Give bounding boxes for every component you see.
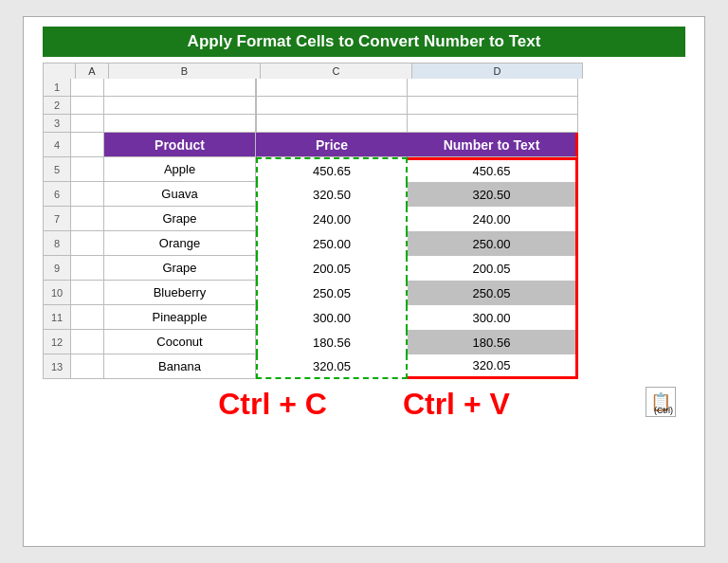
cell-7c: 240.00 <box>256 207 408 231</box>
cell-7d: 240.00 <box>408 207 578 231</box>
grid: A B C D 1 2 3 4 <box>43 63 685 379</box>
cell-2b <box>104 97 256 115</box>
row-10: 10 Blueberry 250.05 250.05 <box>43 281 685 305</box>
data-rows: 5 Apple 450.65 450.65 6 Guava 320.50 320… <box>43 157 685 379</box>
col-a-header: A <box>76 63 109 79</box>
rownum-7: 7 <box>43 207 71 231</box>
cell-6a <box>71 182 104 207</box>
rownum-1: 1 <box>43 79 71 97</box>
cell-5c: 450.65 <box>256 157 408 182</box>
cell-12b: Coconut <box>104 330 256 354</box>
paste-icon: 📋(Ctrl) <box>646 387 676 417</box>
ctrl-v-label: Ctrl + V <box>403 387 510 422</box>
cell-6d: 320.50 <box>408 182 578 207</box>
cell-10a <box>71 281 104 305</box>
cell-9d: 200.05 <box>408 256 578 281</box>
bottom-labels: Ctrl + C Ctrl + V 📋(Ctrl) <box>24 387 704 422</box>
cell-4a <box>71 133 104 157</box>
cell-3b <box>104 115 256 133</box>
cell-8d: 250.00 <box>408 231 578 256</box>
col-d-header: D <box>412 63 583 79</box>
rownum-5: 5 <box>43 157 71 182</box>
rownum-8: 8 <box>43 231 71 256</box>
row-12: 12 Coconut 180.56 180.56 <box>43 330 685 354</box>
rownum-12: 12 <box>43 330 71 354</box>
cell-3a <box>71 115 104 133</box>
cell-9a <box>71 256 104 281</box>
cell-13b: Banana <box>104 354 256 379</box>
rownum-3: 3 <box>43 115 71 133</box>
row-5: 5 Apple 450.65 450.65 <box>43 157 685 182</box>
cell-13d: 320.05 <box>408 354 578 379</box>
title-bar: Apply Format Cells to Convert Number to … <box>43 27 685 57</box>
cell-11a <box>71 305 104 330</box>
cell-12d: 180.56 <box>408 330 578 354</box>
row-6: 6 Guava 320.50 320.50 <box>43 182 685 207</box>
rownum-4: 4 <box>43 133 71 157</box>
cell-1c <box>256 79 408 97</box>
cell-11d: 300.00 <box>408 305 578 330</box>
cell-3d <box>408 115 578 133</box>
row-8: 8 Orange 250.00 250.00 <box>43 231 685 256</box>
cell-2c <box>256 97 408 115</box>
row-7: 7 Grape 240.00 240.00 <box>43 207 685 231</box>
table-header-row: 4 Product Price Number to Text <box>43 133 685 157</box>
cell-9b: Grape <box>104 256 256 281</box>
row-1: 1 <box>43 79 685 97</box>
cell-7a <box>71 207 104 231</box>
cell-5b: Apple <box>104 157 256 182</box>
cell-5a <box>71 157 104 182</box>
row-11: 11 Pineapple 300.00 300.00 <box>43 305 685 330</box>
header-price: Price <box>256 133 408 157</box>
cell-12c: 180.56 <box>256 330 408 354</box>
col-c-header: C <box>261 63 412 79</box>
cell-11b: Pineapple <box>104 305 256 330</box>
cell-10b: Blueberry <box>104 281 256 305</box>
cell-1a <box>71 79 104 97</box>
col-b-header: B <box>109 63 261 79</box>
row-2: 2 <box>43 97 685 115</box>
col-headers: A B C D <box>43 63 685 79</box>
header-product: Product <box>104 133 256 157</box>
rownum-6: 6 <box>43 182 71 207</box>
cell-1b <box>104 79 256 97</box>
cell-2d <box>408 97 578 115</box>
rownum-10: 10 <box>43 281 71 305</box>
cell-1d <box>408 79 578 97</box>
cell-10c: 250.05 <box>256 281 408 305</box>
row-9: 9 Grape 200.05 200.05 <box>43 256 685 281</box>
rownum-11: 11 <box>43 305 71 330</box>
header-number-to-text: Number to Text <box>408 133 578 157</box>
cell-7b: Grape <box>104 207 256 231</box>
cell-8c: 250.00 <box>256 231 408 256</box>
cell-11c: 300.00 <box>256 305 408 330</box>
cell-8b: Orange <box>104 231 256 256</box>
row-13: 13 Banana 320.05 320.05 <box>43 354 685 379</box>
cell-5d: 450.65 <box>408 157 578 182</box>
corner-cell <box>43 63 76 79</box>
rownum-9: 9 <box>43 256 71 281</box>
cell-12a <box>71 330 104 354</box>
cell-6c: 320.50 <box>256 182 408 207</box>
cell-3c <box>256 115 408 133</box>
row-3: 3 <box>43 115 685 133</box>
cell-6b: Guava <box>104 182 256 207</box>
cell-13a <box>71 354 104 379</box>
cell-9c: 200.05 <box>256 256 408 281</box>
ctrl-c-label: Ctrl + C <box>218 387 327 422</box>
cell-2a <box>71 97 104 115</box>
cell-13c: 320.05 <box>256 354 408 379</box>
spreadsheet: Apply Format Cells to Convert Number to … <box>23 16 705 547</box>
cell-10d: 250.05 <box>408 281 578 305</box>
rownum-13: 13 <box>43 354 71 379</box>
title-text: Apply Format Cells to Convert Number to … <box>188 32 541 50</box>
rownum-2: 2 <box>43 97 71 115</box>
cell-8a <box>71 231 104 256</box>
